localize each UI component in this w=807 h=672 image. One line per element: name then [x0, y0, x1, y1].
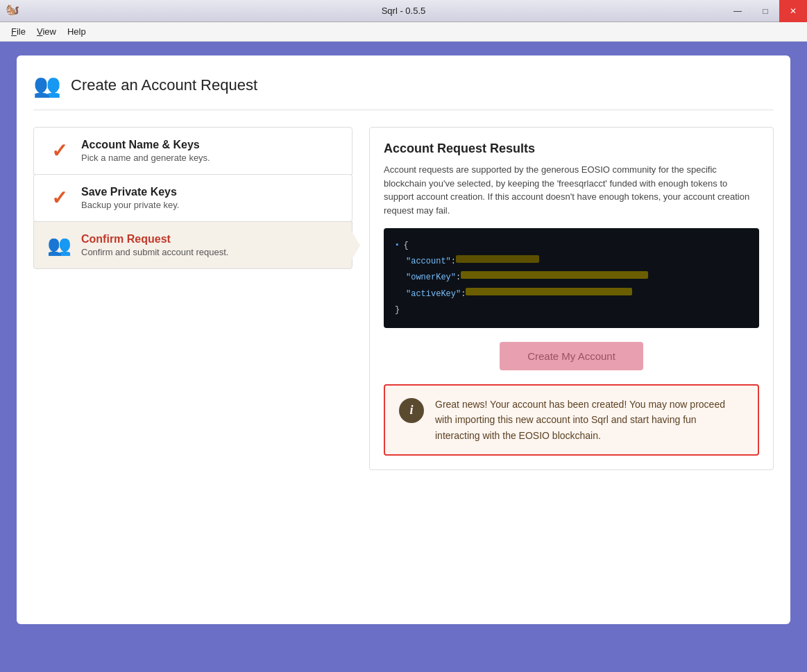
step-3-title: Confirm Request	[81, 233, 228, 245]
step-account-name-keys[interactable]: ✓ Account Name & Keys Pick a name and ge…	[33, 127, 352, 175]
step-1-subtitle: Pick a name and generate keys.	[81, 153, 210, 163]
results-description: Account requests are supported by the ge…	[384, 163, 759, 217]
results-title: Account Request Results	[384, 141, 759, 156]
step-3-icon: 👥	[48, 234, 70, 257]
results-column: Account Request Results Account requests…	[369, 127, 774, 470]
step-3-subtitle: Confirm and submit account request.	[81, 247, 228, 257]
menu-help[interactable]: Help	[62, 24, 92, 39]
app-logo: 🐿️	[6, 3, 22, 19]
info-icon: i	[409, 403, 413, 417]
close-button[interactable]: ✕	[779, 0, 807, 22]
minimize-button[interactable]: —	[724, 0, 751, 22]
menu-file[interactable]: File	[6, 24, 31, 39]
step-1-check: ✓	[48, 140, 70, 162]
create-button-container: Create My Account	[384, 342, 759, 370]
info-icon-circle: i	[399, 398, 424, 423]
code-line-0: ▪ {	[395, 239, 748, 252]
menu-view[interactable]: View	[31, 24, 62, 39]
page-header-icon: 👥	[33, 72, 61, 98]
code-line-3: "activeKey" :	[395, 288, 748, 301]
checkmark-icon-2: ✓	[51, 187, 67, 209]
code-line-2: "ownerKey" :	[395, 271, 748, 284]
checkmark-icon: ✓	[51, 139, 67, 162]
success-message-box: i Great news! Your account has been crea…	[384, 384, 759, 456]
success-text: Great news! Your account has been create…	[435, 397, 744, 443]
page-header: 👥 Create an Account Request	[33, 72, 774, 110]
window-title: Sqrl - 0.5.5	[382, 6, 426, 16]
step-2-check: ✓	[48, 187, 70, 209]
step-1-title: Account Name & Keys	[81, 139, 210, 151]
main-area: 👥 Create an Account Request ✓ Account Na…	[0, 42, 807, 672]
step-2-text: Save Private Keys Backup your private ke…	[81, 186, 179, 210]
code-line-1: "account" :	[395, 255, 748, 268]
step-1-text: Account Name & Keys Pick a name and gene…	[81, 139, 210, 163]
page-title: Create an Account Request	[71, 76, 257, 94]
maximize-button[interactable]: □	[751, 0, 779, 22]
step-3-text: Confirm Request Confirm and submit accou…	[81, 233, 228, 257]
page-card: 👥 Create an Account Request ✓ Account Na…	[17, 55, 790, 624]
group-icon: 👥	[47, 234, 71, 257]
step-save-private-keys[interactable]: ✓ Save Private Keys Backup your private …	[33, 174, 352, 222]
code-line-4: }	[395, 304, 748, 317]
step-2-title: Save Private Keys	[81, 186, 179, 198]
titlebar: 🐿️ Sqrl - 0.5.5 — □ ✕	[0, 0, 807, 22]
window-controls: — □ ✕	[724, 0, 807, 22]
step-2-subtitle: Backup your private key.	[81, 200, 179, 210]
content-columns: ✓ Account Name & Keys Pick a name and ge…	[33, 127, 774, 470]
step-confirm-request[interactable]: 👥 Confirm Request Confirm and submit acc…	[33, 221, 352, 269]
json-code-block: ▪ { "account" : "ownerKey" :	[384, 228, 759, 328]
steps-column: ✓ Account Name & Keys Pick a name and ge…	[33, 127, 352, 470]
create-my-account-button[interactable]: Create My Account	[500, 342, 643, 370]
menubar: File View Help	[0, 22, 807, 42]
